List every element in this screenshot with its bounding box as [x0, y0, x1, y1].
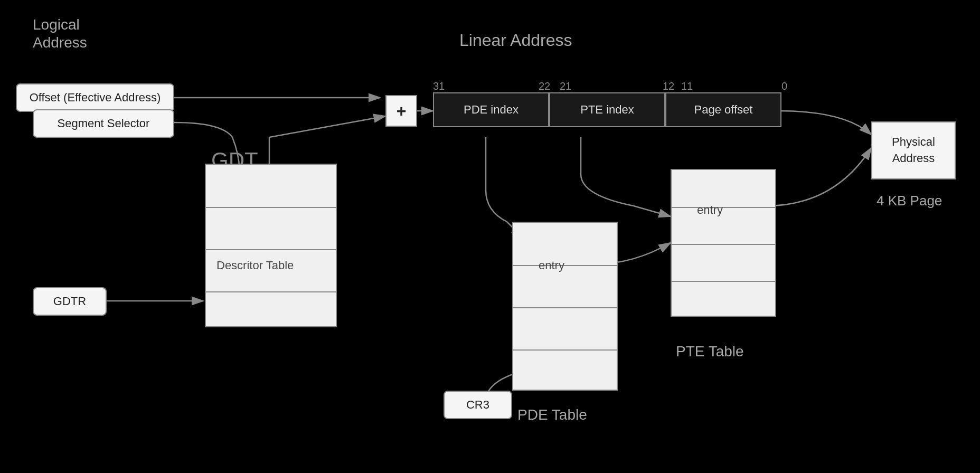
descriptor-table-label: Descritor Table	[216, 259, 294, 272]
pde-index-segment: PDE index	[433, 92, 549, 127]
page-offset-segment: Page offset	[665, 92, 781, 127]
pde-table-label: PDE Table	[517, 406, 587, 423]
linear-address-label: Linear Address	[459, 31, 572, 50]
pde-entry-label: entry	[539, 259, 564, 272]
logical-address-label: Logical Address	[33, 16, 87, 51]
cr3-box: CR3	[444, 391, 512, 419]
gdtr-box: GDTR	[33, 287, 107, 316]
segment-selector-box: Segment Selector	[33, 109, 174, 138]
bit-31: 31	[433, 80, 445, 92]
pte-table	[671, 169, 776, 317]
pte-index-segment: PTE index	[549, 92, 665, 127]
pte-entry-label: entry	[697, 203, 723, 217]
physical-address-box: Physical Address	[871, 121, 956, 179]
bit-0: 0	[781, 80, 787, 92]
bit-12: 12	[663, 80, 674, 92]
offset-box: Offset (Effective Address)	[16, 83, 174, 112]
bit-11: 11	[681, 80, 693, 92]
gdt-table	[205, 164, 337, 327]
pte-table-label: PTE Table	[676, 343, 744, 360]
bit-21: 21	[560, 80, 571, 92]
four-kb-page-label: 4 KB Page	[877, 193, 942, 209]
plus-box: +	[385, 95, 417, 127]
pde-table	[512, 222, 618, 391]
bit-22: 22	[539, 80, 550, 92]
